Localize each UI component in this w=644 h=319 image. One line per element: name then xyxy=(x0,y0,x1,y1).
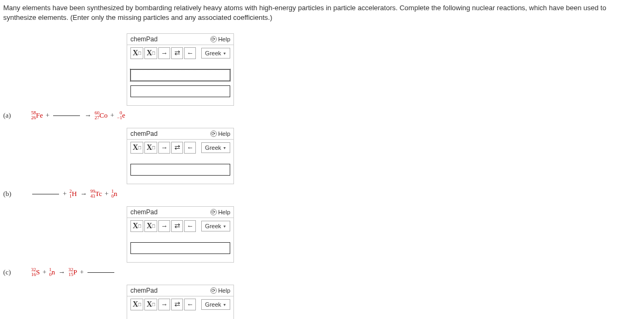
chempad-title-prefix: chem xyxy=(130,35,146,43)
chempad-d: chemPad ⟳ Help X□ X□ → ⇄ ← Greek xyxy=(127,285,234,319)
help-button[interactable]: ⟳ Help xyxy=(210,209,230,215)
chempad-toolbar: X□ X□ → ⇄ ← Greek xyxy=(127,218,233,234)
superscript-button[interactable]: X□ xyxy=(144,220,157,232)
plus-symbol: + xyxy=(80,268,84,277)
greek-dropdown[interactable]: Greek xyxy=(201,299,230,310)
chempad-title-suffix: Pad xyxy=(146,130,157,137)
arrow-equilib-button[interactable]: ⇄ xyxy=(171,47,183,59)
superscript-button[interactable]: X□ xyxy=(144,142,157,154)
answer-input[interactable] xyxy=(130,164,230,176)
subscript-button[interactable]: X□ xyxy=(130,47,143,59)
nuclide-e: 0−1 e xyxy=(117,111,125,120)
help-label: Help xyxy=(218,287,230,294)
arrow-symbol: → xyxy=(84,111,91,120)
chempad-toolbar: X□ X□ → ⇄ ← Greek xyxy=(127,45,233,61)
help-icon: ⟳ xyxy=(210,287,217,294)
chempad-title: chemPad xyxy=(130,208,158,216)
equation-b: (b) + 21 H → 9943 Tc + 10 n xyxy=(3,187,641,201)
answer-input[interactable] xyxy=(130,85,230,97)
chempad-title-suffix: Pad xyxy=(146,35,157,43)
chempad-body xyxy=(127,61,233,105)
chempad-header: chemPad ⟳ Help xyxy=(127,207,233,218)
help-icon: ⟳ xyxy=(210,130,217,137)
chempad-title-prefix: chem xyxy=(130,208,146,216)
nuclide-n: 10 n xyxy=(111,189,117,199)
superscript-button[interactable]: X□ xyxy=(144,47,157,59)
problem-label: (b) xyxy=(3,190,25,198)
equation-a: (a) 5826 Fe + → 6027 Co + 0−1 e xyxy=(3,108,641,122)
chempad-title-suffix: Pad xyxy=(146,287,157,294)
answer-input[interactable] xyxy=(130,242,230,254)
plus-symbol: + xyxy=(111,111,114,120)
subscript-button[interactable]: X□ xyxy=(130,220,143,232)
nuclide-s: 3216 S xyxy=(31,267,40,277)
help-button[interactable]: ⟳ Help xyxy=(210,287,230,294)
answer-input-preview[interactable] xyxy=(130,69,230,81)
subscript-button[interactable]: X□ xyxy=(130,142,143,154)
help-icon: ⟳ xyxy=(210,36,217,42)
arrow-left-button[interactable]: ← xyxy=(184,142,196,154)
help-label: Help xyxy=(218,209,230,215)
chempad-title: chemPad xyxy=(130,35,158,43)
help-button[interactable]: ⟳ Help xyxy=(210,36,230,42)
subscript-button[interactable]: X□ xyxy=(130,299,143,310)
help-icon: ⟳ xyxy=(210,209,217,215)
arrow-right-button[interactable]: → xyxy=(158,47,170,59)
chempad-title-suffix: Pad xyxy=(146,208,157,216)
instructions-text: Many elements have been synthesized by b… xyxy=(3,3,641,23)
problem-a: chemPad ⟳ Help X□ X□ → ⇄ ← Greek (a) 582… xyxy=(3,33,641,122)
nuclide-n: 10 n xyxy=(49,267,55,277)
blank-input xyxy=(32,194,59,194)
superscript-button[interactable]: X□ xyxy=(144,299,157,310)
arrow-equilib-button[interactable]: ⇄ xyxy=(171,142,183,154)
equation-c: (c) 3216 S + 10 n → 3215 P + xyxy=(3,265,641,279)
arrow-left-button[interactable]: ← xyxy=(184,299,196,310)
plus-symbol: + xyxy=(105,190,108,198)
chempad-body xyxy=(127,156,233,184)
blank-input xyxy=(87,272,114,273)
problem-b: chemPad ⟳ Help X□ X□ → ⇄ ← Greek (b) + 2… xyxy=(3,128,641,201)
problem-c: chemPad ⟳ Help X□ X□ → ⇄ ← Greek (c) 321… xyxy=(3,206,641,279)
chempad-a: chemPad ⟳ Help X□ X□ → ⇄ ← Greek xyxy=(127,33,234,106)
problem-label: (c) xyxy=(3,268,25,277)
chempad-body xyxy=(127,234,233,262)
arrow-equilib-button[interactable]: ⇄ xyxy=(171,299,183,310)
help-label: Help xyxy=(218,130,230,137)
chempad-b: chemPad ⟳ Help X□ X□ → ⇄ ← Greek xyxy=(127,128,234,184)
arrow-right-button[interactable]: → xyxy=(158,142,170,154)
chempad-title-prefix: chem xyxy=(130,130,146,137)
arrow-left-button[interactable]: ← xyxy=(184,220,196,232)
chempad-header: chemPad ⟳ Help xyxy=(127,128,233,140)
nuclide-co: 6027 Co xyxy=(94,111,107,120)
chempad-toolbar: X□ X□ → ⇄ ← Greek xyxy=(127,296,233,313)
nuclide-fe: 5826 Fe xyxy=(31,111,43,120)
chempad-title: chemPad xyxy=(130,287,158,294)
chempad-body xyxy=(127,313,233,319)
blank-input xyxy=(53,115,80,116)
chempad-header: chemPad ⟳ Help xyxy=(127,285,233,296)
plus-symbol: + xyxy=(63,190,67,198)
arrow-symbol: → xyxy=(80,190,87,198)
chempad-title: chemPad xyxy=(130,130,158,137)
nuclide-tc: 9943 Tc xyxy=(90,189,102,199)
problem-label: (a) xyxy=(3,111,25,120)
greek-dropdown[interactable]: Greek xyxy=(201,221,230,231)
plus-symbol: + xyxy=(46,111,49,120)
nuclide-h: 21 H xyxy=(69,189,77,199)
arrow-equilib-button[interactable]: ⇄ xyxy=(171,220,183,232)
arrow-symbol: → xyxy=(58,268,65,277)
arrow-right-button[interactable]: → xyxy=(158,220,170,232)
arrow-right-button[interactable]: → xyxy=(158,299,170,310)
nuclide-p: 3215 P xyxy=(69,267,77,277)
chempad-toolbar: X□ X□ → ⇄ ← Greek xyxy=(127,140,233,156)
arrow-left-button[interactable]: ← xyxy=(184,47,196,59)
chempad-header: chemPad ⟳ Help xyxy=(127,34,233,45)
problem-d: chemPad ⟳ Help X□ X□ → ⇄ ← Greek (d) + 1… xyxy=(3,285,641,319)
chempad-c: chemPad ⟳ Help X□ X□ → ⇄ ← Greek xyxy=(127,206,234,263)
chempad-title-prefix: chem xyxy=(130,287,146,294)
plus-symbol: + xyxy=(42,268,46,277)
help-button[interactable]: ⟳ Help xyxy=(210,130,230,137)
help-label: Help xyxy=(218,36,230,42)
greek-dropdown[interactable]: Greek xyxy=(201,48,230,59)
greek-dropdown[interactable]: Greek xyxy=(201,142,230,153)
